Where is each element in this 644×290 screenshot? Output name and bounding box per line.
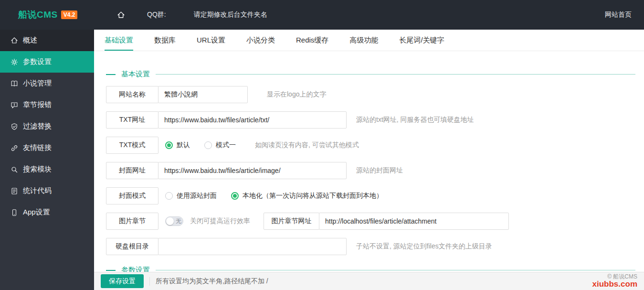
tab-redis-cache[interactable]: Redis缓存 (296, 30, 328, 51)
tab-novel-categories[interactable]: 小说分类 (246, 30, 275, 51)
form-row-site-name: 网站名称 显示在logo上的文字 (106, 86, 635, 103)
disk-root-input[interactable] (158, 238, 347, 255)
radio-cover-mode-source[interactable]: 使用源站封面 (165, 192, 217, 200)
image-chapter-toggle[interactable]: 无 (165, 216, 183, 226)
sidebar-item-label: 友情链接 (23, 143, 52, 152)
sidebar-item-label: 概述 (23, 36, 37, 45)
sidebar-item-label: App设置 (23, 208, 50, 217)
logo-area: 船说CMS V4.2 (0, 0, 94, 30)
radio-label: 模式一 (216, 141, 236, 150)
radio-cover-mode-local[interactable]: 本地化（第一次访问将从源站下载封面到本地） (231, 192, 383, 200)
footer-right: © 船说CMS xiubbs.com (592, 274, 637, 288)
txt-url-input[interactable] (158, 111, 347, 129)
sidebar-item-overview[interactable]: 概述 (0, 30, 94, 51)
cover-url-label: 封面网址 (106, 162, 158, 179)
site-name-input[interactable] (158, 86, 248, 103)
sidebar-item-filter-replace[interactable]: 过滤替换 (0, 116, 94, 137)
main-panel: 基础设置 数据库 URL设置 小说分类 Redis缓存 高级功能 长尾词/关键字… (94, 30, 644, 290)
txt-url-hint: 源站的txt网址, 同服务器也可填硬盘地址 (356, 116, 474, 124)
sidebar-item-label: 过滤替换 (23, 122, 52, 131)
form-row-txt-mode: TXT模式 默认 模式一 如阅读页没有内容, 可尝试其他模式 (106, 137, 635, 154)
radio-unchecked-icon (165, 192, 173, 200)
txt-mode-label: TXT模式 (106, 137, 158, 154)
copyright-text: © 船说CMS (592, 274, 637, 280)
site-home-link[interactable]: 网站首页 (605, 11, 632, 19)
topbar-main: QQ群: 请定期修改后台文件夹名 网站首页 (94, 0, 644, 30)
alert-bubble-icon (11, 101, 18, 109)
home-icon (11, 37, 18, 44)
sidebar-item-label: 小说管理 (23, 79, 52, 88)
tab-advanced[interactable]: 高级功能 (349, 30, 378, 51)
tab-longtail-keywords[interactable]: 长尾词/关键字 (399, 30, 444, 51)
footer-bar: 保存设置 所有设置均为英文半角,路径结尾不加 / © 船说CMS xiubbs.… (94, 272, 644, 290)
section-param-settings: 参数设置 (106, 265, 635, 272)
section-title: 基本设置 (121, 70, 150, 79)
disk-root-label: 硬盘根目录 (106, 238, 158, 255)
version-badge: V4.2 (61, 11, 78, 19)
gear-icon (11, 58, 18, 66)
cover-url-input[interactable] (158, 162, 347, 179)
txt-mode-hint: 如阅读页没有内容, 可尝试其他模式 (255, 141, 359, 150)
settings-tabs: 基础设置 数据库 URL设置 小说分类 Redis缓存 高级功能 长尾词/关键字 (94, 30, 644, 51)
link-icon (11, 144, 18, 152)
sidebar-item-search-module[interactable]: 搜索模块 (0, 159, 94, 180)
sidebar-item-label: 参数设置 (23, 57, 52, 66)
topbar: 船说CMS V4.2 QQ群: 请定期修改后台文件夹名 网站首页 (0, 0, 644, 30)
image-chapter-url-label: 图片章节网址 (264, 213, 319, 230)
form-row-cover-url: 封面网址 源站的封面网址 (106, 162, 635, 179)
section-title: 参数设置 (121, 266, 150, 272)
txt-url-label: TXT网址 (106, 111, 158, 129)
sidebar-item-stats-code[interactable]: 统计代码 (0, 180, 94, 202)
form-row-image-chapter: 图片章节 无 关闭可提高运行效率 图片章节网址 (106, 213, 635, 230)
form-row-txt-url: TXT网址 源站的txt网址, 同服务器也可填硬盘地址 (106, 111, 635, 129)
save-settings-button[interactable]: 保存设置 (101, 274, 144, 288)
app-logo: 船说CMS (18, 9, 58, 21)
radio-checked-icon (231, 192, 239, 200)
disk-root-hint: 子站不设置, 源站定位到files文件夹的上级目录 (356, 242, 492, 251)
image-chapter-label: 图片章节 (106, 213, 158, 230)
radio-label: 本地化（第一次访问将从源站下载封面到本地） (243, 192, 383, 200)
sidebar-item-label: 搜索模块 (23, 165, 52, 174)
settings-form: 基本设置 网站名称 显示在logo上的文字 TXT网址 源站的txt网址, 同服… (94, 51, 644, 272)
section-dash (106, 74, 116, 75)
section-basic-settings: 基本设置 (106, 69, 635, 79)
section-rule (156, 270, 635, 270)
site-name-label: 网站名称 (106, 86, 158, 103)
radio-label: 使用源站封面 (177, 192, 217, 200)
sidebar-item-friend-links[interactable]: 友情链接 (0, 137, 94, 159)
search-icon (11, 166, 18, 173)
form-row-cover-mode: 封面模式 使用源站封面 本地化（第一次访问将从源站下载封面到本地） (106, 187, 635, 204)
admin-notice: 请定期修改后台文件夹名 (194, 11, 267, 19)
sidebar-item-settings[interactable]: 参数设置 (0, 51, 94, 73)
tab-database[interactable]: 数据库 (154, 30, 176, 51)
phone-icon (11, 209, 18, 216)
image-chapter-url-input[interactable] (319, 213, 509, 230)
site-name-hint: 显示在logo上的文字 (267, 90, 326, 99)
qq-group-label: QQ群: (147, 11, 166, 19)
home-icon[interactable] (117, 11, 125, 19)
radio-txt-mode-default[interactable]: 默认 (165, 141, 190, 150)
section-rule (156, 74, 635, 75)
sidebar-item-novel-manage[interactable]: 小说管理 (0, 73, 94, 94)
tab-url-settings[interactable]: URL设置 (197, 30, 225, 51)
section-dash (106, 270, 116, 271)
cover-mode-label: 封面模式 (106, 187, 158, 204)
radio-txt-mode-one[interactable]: 模式一 (204, 141, 236, 150)
tab-basic-settings[interactable]: 基础设置 (105, 30, 133, 51)
sidebar-item-app-settings[interactable]: App设置 (0, 202, 94, 223)
watermark-text: xiubbs.com (592, 280, 637, 289)
code-doc-icon (11, 187, 18, 195)
sidebar-item-label: 统计代码 (23, 186, 52, 195)
form-row-disk-root: 硬盘根目录 子站不设置, 源站定位到files文件夹的上级目录 (106, 238, 635, 255)
shield-check-icon (11, 123, 18, 130)
cover-url-hint: 源站的封面网址 (356, 166, 403, 175)
toggle-state-label: 无 (176, 217, 181, 226)
sidebar: 概述 参数设置 小说管理 章节报错 过滤替换 友情链接 搜索模块 (0, 30, 94, 290)
sidebar-item-label: 章节报错 (23, 100, 52, 109)
footer-note: 所有设置均为英文半角,路径结尾不加 / (149, 277, 268, 286)
radio-unchecked-icon (204, 141, 212, 149)
sidebar-item-chapter-errors[interactable]: 章节报错 (0, 94, 94, 116)
book-icon (11, 80, 18, 87)
image-chapter-hint: 关闭可提高运行效率 (190, 217, 250, 226)
radio-checked-icon (165, 141, 173, 149)
